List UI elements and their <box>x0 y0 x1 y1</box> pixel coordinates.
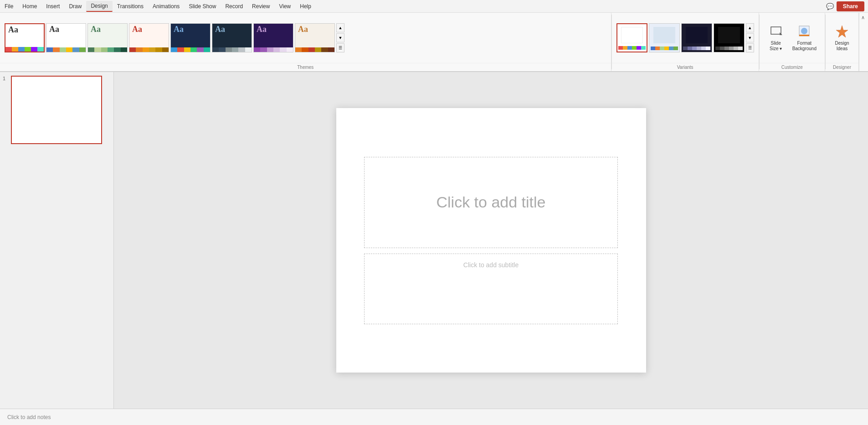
themes-scroll-up[interactable]: ▲ <box>336 23 344 32</box>
menu-transitions[interactable]: Transitions <box>113 1 148 11</box>
slide-number: 1 <box>3 76 9 81</box>
theme-ion[interactable]: Aa <box>129 23 169 52</box>
slide-subtitle-placeholder[interactable]: Click to add subtitle <box>364 254 618 324</box>
format-background-button[interactable]: FormatBackground <box>789 23 820 53</box>
slide-size-button[interactable]: SlideSize ▾ <box>764 23 788 53</box>
collapse-icon: ∧ <box>861 15 865 21</box>
themes-list: Aa Aa <box>5 23 344 52</box>
menu-insert[interactable]: Insert <box>41 1 64 11</box>
slide-title-placeholder[interactable]: Click to add title <box>364 157 618 248</box>
theme-facet[interactable]: Aa <box>87 23 128 52</box>
menu-home[interactable]: Home <box>18 1 41 11</box>
variants-section-label: Variants <box>612 63 759 71</box>
theme-metropolitan[interactable]: Aa <box>253 23 293 52</box>
theme-office[interactable]: Aa <box>46 23 86 52</box>
slide-title-text: Click to add title <box>437 193 546 211</box>
format-background-label: FormatBackground <box>792 41 817 52</box>
variant-2[interactable] <box>649 23 680 52</box>
menu-design[interactable]: Design <box>86 1 112 12</box>
design-ideas-icon <box>835 25 849 39</box>
theme-circuit[interactable]: Aa <box>170 23 211 52</box>
slide-size-label: SlideSize ▾ <box>770 41 782 52</box>
menu-slideshow[interactable]: Slide Show <box>184 1 221 11</box>
menu-file[interactable]: File <box>0 1 18 11</box>
share-button[interactable]: Share <box>837 1 864 11</box>
variants-scroll-up[interactable]: ▲ <box>746 23 754 32</box>
ribbon-collapse-button[interactable]: ∧ <box>859 13 868 71</box>
themes-scroll-more[interactable]: ☰ <box>336 43 344 52</box>
menu-draw[interactable]: Draw <box>64 1 86 11</box>
menu-help[interactable]: Help <box>295 1 316 11</box>
notes-placeholder: Click to add notes <box>7 414 51 420</box>
slide-thumbnail[interactable] <box>11 76 102 144</box>
variant-3[interactable] <box>681 23 712 52</box>
menu-view[interactable]: View <box>274 1 295 11</box>
variants-scroll-down[interactable]: ▼ <box>746 33 754 42</box>
menu-record[interactable]: Record <box>221 1 247 11</box>
themes-scroll-down[interactable]: ▼ <box>336 33 344 42</box>
comment-icon[interactable]: 💬 <box>826 3 834 10</box>
variants-scroll-more[interactable]: ☰ <box>746 43 754 52</box>
theme-integral[interactable]: Aa <box>212 23 252 52</box>
svg-point-3 <box>801 28 807 34</box>
design-ideas-label: DesignIdeas <box>835 41 849 52</box>
menu-animations[interactable]: Animations <box>148 1 184 11</box>
notes-bar[interactable]: Click to add notes <box>0 409 868 425</box>
slide-size-icon <box>770 25 782 39</box>
variant-4[interactable] <box>714 23 745 52</box>
variant-1[interactable] <box>616 23 647 52</box>
designer-section-label: Designer <box>826 63 858 71</box>
slide-subtitle-text: Click to add subtitle <box>463 261 519 269</box>
slide-canvas[interactable]: Click to add title Click to add subtitle <box>336 108 646 373</box>
theme-default[interactable]: Aa <box>5 23 45 52</box>
themes-section-label: Themes <box>0 63 611 71</box>
design-ideas-button[interactable]: DesignIdeas <box>830 23 854 53</box>
customize-section-label: Customize <box>760 63 825 71</box>
svg-rect-4 <box>799 35 809 36</box>
theme-aspect[interactable]: Aa <box>295 23 335 52</box>
format-background-icon <box>798 25 811 39</box>
menu-review[interactable]: Review <box>247 1 274 11</box>
variants-list: ▲ ▼ ☰ <box>616 23 754 52</box>
svg-marker-5 <box>836 26 848 37</box>
